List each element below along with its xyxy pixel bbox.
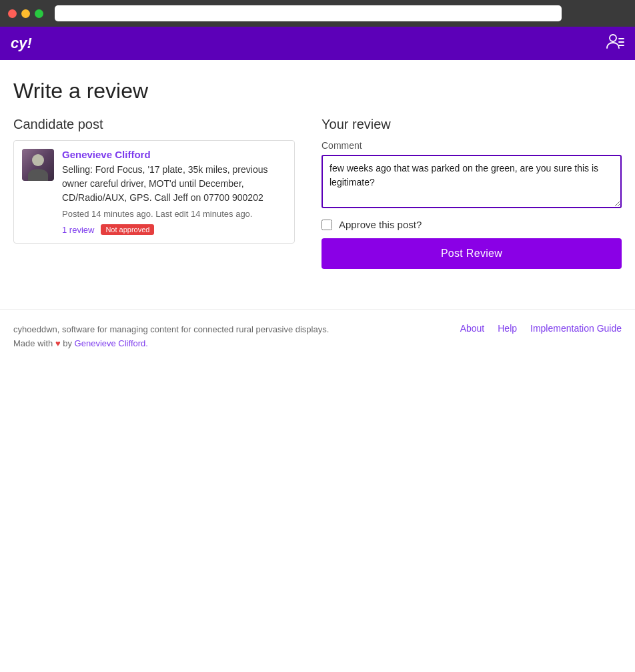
avatar	[22, 149, 54, 181]
user-menu-icon[interactable]	[606, 32, 624, 55]
approve-checkbox[interactable]	[322, 220, 332, 230]
post-meta: Posted 14 minutes ago. Last edit 14 minu…	[62, 209, 286, 219]
comment-label: Comment	[322, 140, 622, 151]
url-bar[interactable]	[55, 5, 562, 21]
footer-nav-implementation-guide[interactable]: Implementation Guide	[530, 323, 622, 334]
avatar-image	[22, 149, 54, 181]
app-logo: cy!	[11, 35, 32, 52]
main-content: Write a review Candidate post Genevieve …	[0, 60, 635, 269]
footer-left: cyhoeddwn, software for managing content…	[13, 323, 329, 351]
maximize-button[interactable]	[35, 9, 43, 18]
post-footer: 1 review Not approved	[62, 224, 286, 235]
page-title: Write a review	[13, 79, 622, 103]
approve-row: Approve this post?	[322, 219, 622, 230]
post-text: Selling: Ford Focus, '17 plate, 35k mile…	[62, 163, 286, 205]
titlebar	[0, 0, 635, 27]
app-header: cy!	[0, 27, 635, 60]
comment-textarea[interactable]: few weeks ago that was parked on the gre…	[322, 155, 622, 208]
footer-heart: ♥	[55, 338, 61, 348]
footer-nav: About Help Implementation Guide	[460, 323, 622, 334]
footer-nav-about[interactable]: About	[460, 323, 485, 334]
minimize-button[interactable]	[21, 9, 30, 18]
footer-description: cyhoeddwn, software for managing content…	[13, 324, 329, 334]
your-review-heading: Your review	[322, 117, 622, 132]
post-review-button[interactable]: Post Review	[322, 238, 622, 269]
footer: cyhoeddwn, software for managing content…	[0, 309, 635, 364]
footer-nav-help[interactable]: Help	[498, 323, 517, 334]
post-body: Genevieve Clifford Selling: Ford Focus, …	[62, 149, 286, 235]
left-column: Candidate post Genevieve Clifford Sellin…	[13, 117, 295, 244]
svg-point-0	[610, 35, 616, 41]
right-column: Your review Comment few weeks ago that w…	[322, 117, 622, 269]
footer-made-with: Made with	[13, 338, 53, 348]
post-author-link[interactable]: Genevieve Clifford	[62, 149, 286, 160]
candidate-post-heading: Candidate post	[13, 117, 295, 132]
post-card: Genevieve Clifford Selling: Ford Focus, …	[13, 140, 295, 244]
approve-label: Approve this post?	[339, 219, 422, 230]
footer-by: by	[63, 338, 72, 348]
close-button[interactable]	[8, 9, 17, 18]
not-approved-badge: Not approved	[101, 224, 154, 235]
review-count-link[interactable]: 1 review	[62, 225, 94, 235]
footer-author-link[interactable]: Genevieve Clifford.	[75, 338, 148, 348]
content-columns: Candidate post Genevieve Clifford Sellin…	[13, 117, 622, 269]
